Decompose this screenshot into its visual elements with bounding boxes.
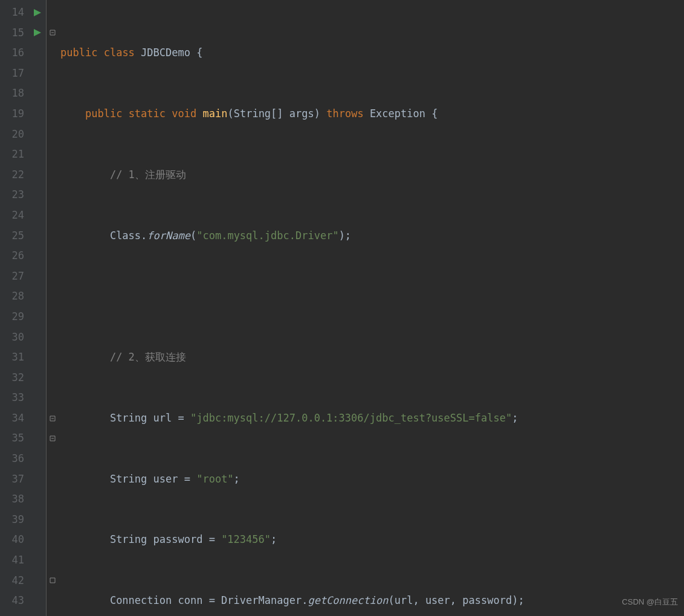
line-number[interactable]: 14 bbox=[0, 2, 24, 23]
code-area[interactable]: public class JDBCDemo { public static vo… bbox=[58, 0, 684, 616]
line-number[interactable]: 28 bbox=[0, 286, 24, 307]
svg-marker-0 bbox=[34, 9, 41, 16]
line-number[interactable]: 34 bbox=[0, 408, 24, 429]
run-icon[interactable] bbox=[29, 2, 46, 23]
code-line: Class.forName("com.mysql.jdbc.Driver"); bbox=[60, 226, 684, 246]
fold-marker-icon[interactable] bbox=[47, 408, 58, 429]
code-line: public static void main(String[] args) t… bbox=[60, 104, 684, 124]
fold-marker-icon[interactable] bbox=[47, 571, 58, 591]
line-number[interactable]: 29 bbox=[0, 307, 24, 327]
line-number[interactable]: 23 bbox=[0, 185, 24, 205]
code-line: String url = "jdbc:mysql://127.0.0.1:330… bbox=[60, 408, 684, 429]
svg-marker-1 bbox=[34, 29, 41, 36]
code-line: Connection conn = DriverManager.getConne… bbox=[60, 591, 684, 611]
line-gutter: 1415161718192021222324252627282930313233… bbox=[0, 0, 29, 616]
code-line: String password = "123456"; bbox=[60, 530, 684, 550]
line-number[interactable]: 31 bbox=[0, 347, 24, 368]
run-icon[interactable] bbox=[29, 23, 46, 43]
code-line: String user = "root"; bbox=[60, 469, 684, 490]
line-number[interactable]: 27 bbox=[0, 266, 24, 287]
line-number[interactable]: 15 bbox=[0, 23, 24, 43]
line-number[interactable]: 17 bbox=[0, 63, 24, 84]
fold-gutter bbox=[46, 0, 58, 616]
line-number[interactable]: 21 bbox=[0, 144, 24, 165]
line-number[interactable]: 37 bbox=[0, 469, 24, 490]
line-number[interactable]: 22 bbox=[0, 165, 24, 185]
line-number[interactable]: 36 bbox=[0, 449, 24, 469]
code-line: public class JDBCDemo { bbox=[60, 43, 684, 63]
line-number[interactable]: 19 bbox=[0, 104, 24, 124]
code-line: // 2、获取连接 bbox=[60, 347, 684, 368]
line-number[interactable]: 18 bbox=[0, 83, 24, 104]
line-number[interactable]: 41 bbox=[0, 550, 24, 571]
line-number[interactable]: 20 bbox=[0, 124, 24, 145]
line-number[interactable]: 16 bbox=[0, 43, 24, 63]
line-number[interactable]: 35 bbox=[0, 428, 24, 449]
line-number[interactable]: 26 bbox=[0, 246, 24, 266]
run-gutter bbox=[29, 0, 46, 616]
fold-marker-icon[interactable] bbox=[47, 428, 58, 449]
line-number[interactable]: 32 bbox=[0, 368, 24, 388]
line-number[interactable]: 40 bbox=[0, 530, 24, 550]
line-number[interactable]: 25 bbox=[0, 226, 24, 246]
fold-marker-icon[interactable] bbox=[47, 23, 58, 43]
line-number[interactable]: 33 bbox=[0, 388, 24, 408]
code-line: // 1、注册驱动 bbox=[60, 165, 684, 185]
line-number[interactable]: 30 bbox=[0, 327, 24, 348]
code-line bbox=[60, 286, 684, 307]
line-number[interactable]: 38 bbox=[0, 489, 24, 510]
line-number[interactable]: 24 bbox=[0, 205, 24, 226]
code-editor: 1415161718192021222324252627282930313233… bbox=[0, 0, 684, 616]
watermark: CSDN @白豆五 bbox=[622, 592, 678, 612]
line-number[interactable]: 43 bbox=[0, 591, 24, 611]
line-number[interactable]: 39 bbox=[0, 510, 24, 530]
line-number[interactable]: 42 bbox=[0, 571, 24, 591]
